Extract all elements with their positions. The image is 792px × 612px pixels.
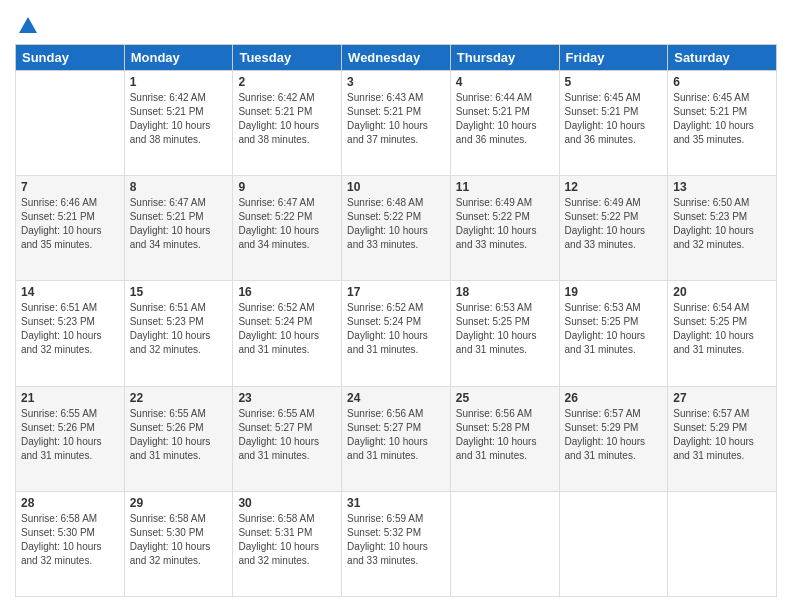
day-number: 23 <box>238 391 336 405</box>
day-number: 20 <box>673 285 771 299</box>
day-number: 25 <box>456 391 554 405</box>
day-info: Sunrise: 6:48 AM Sunset: 5:22 PM Dayligh… <box>347 196 445 252</box>
day-number: 4 <box>456 75 554 89</box>
logo <box>15 15 39 34</box>
day-number: 17 <box>347 285 445 299</box>
day-info: Sunrise: 6:55 AM Sunset: 5:26 PM Dayligh… <box>21 407 119 463</box>
calendar-cell: 13Sunrise: 6:50 AM Sunset: 5:23 PM Dayli… <box>668 176 777 281</box>
day-number: 28 <box>21 496 119 510</box>
calendar-cell: 10Sunrise: 6:48 AM Sunset: 5:22 PM Dayli… <box>342 176 451 281</box>
weekday-header-tuesday: Tuesday <box>233 45 342 71</box>
calendar-cell: 29Sunrise: 6:58 AM Sunset: 5:30 PM Dayli… <box>124 491 233 596</box>
day-number: 1 <box>130 75 228 89</box>
day-info: Sunrise: 6:42 AM Sunset: 5:21 PM Dayligh… <box>130 91 228 147</box>
calendar-cell: 21Sunrise: 6:55 AM Sunset: 5:26 PM Dayli… <box>16 386 125 491</box>
week-row-4: 28Sunrise: 6:58 AM Sunset: 5:30 PM Dayli… <box>16 491 777 596</box>
weekday-header-sunday: Sunday <box>16 45 125 71</box>
day-number: 15 <box>130 285 228 299</box>
day-info: Sunrise: 6:51 AM Sunset: 5:23 PM Dayligh… <box>130 301 228 357</box>
day-number: 7 <box>21 180 119 194</box>
day-number: 11 <box>456 180 554 194</box>
calendar-cell: 20Sunrise: 6:54 AM Sunset: 5:25 PM Dayli… <box>668 281 777 386</box>
day-info: Sunrise: 6:52 AM Sunset: 5:24 PM Dayligh… <box>238 301 336 357</box>
day-info: Sunrise: 6:53 AM Sunset: 5:25 PM Dayligh… <box>456 301 554 357</box>
week-row-1: 7Sunrise: 6:46 AM Sunset: 5:21 PM Daylig… <box>16 176 777 281</box>
week-row-0: 1Sunrise: 6:42 AM Sunset: 5:21 PM Daylig… <box>16 71 777 176</box>
calendar-cell: 5Sunrise: 6:45 AM Sunset: 5:21 PM Daylig… <box>559 71 668 176</box>
day-info: Sunrise: 6:52 AM Sunset: 5:24 PM Dayligh… <box>347 301 445 357</box>
day-info: Sunrise: 6:54 AM Sunset: 5:25 PM Dayligh… <box>673 301 771 357</box>
calendar-cell: 7Sunrise: 6:46 AM Sunset: 5:21 PM Daylig… <box>16 176 125 281</box>
day-number: 2 <box>238 75 336 89</box>
calendar-cell: 25Sunrise: 6:56 AM Sunset: 5:28 PM Dayli… <box>450 386 559 491</box>
weekday-header-saturday: Saturday <box>668 45 777 71</box>
day-number: 24 <box>347 391 445 405</box>
day-info: Sunrise: 6:45 AM Sunset: 5:21 PM Dayligh… <box>565 91 663 147</box>
day-info: Sunrise: 6:53 AM Sunset: 5:25 PM Dayligh… <box>565 301 663 357</box>
calendar-cell <box>668 491 777 596</box>
day-info: Sunrise: 6:49 AM Sunset: 5:22 PM Dayligh… <box>456 196 554 252</box>
calendar-cell <box>16 71 125 176</box>
day-number: 18 <box>456 285 554 299</box>
calendar-cell: 31Sunrise: 6:59 AM Sunset: 5:32 PM Dayli… <box>342 491 451 596</box>
day-info: Sunrise: 6:56 AM Sunset: 5:27 PM Dayligh… <box>347 407 445 463</box>
svg-marker-0 <box>19 17 37 33</box>
day-number: 29 <box>130 496 228 510</box>
day-info: Sunrise: 6:51 AM Sunset: 5:23 PM Dayligh… <box>21 301 119 357</box>
calendar-cell: 9Sunrise: 6:47 AM Sunset: 5:22 PM Daylig… <box>233 176 342 281</box>
calendar-cell <box>450 491 559 596</box>
calendar-cell: 16Sunrise: 6:52 AM Sunset: 5:24 PM Dayli… <box>233 281 342 386</box>
calendar-cell: 2Sunrise: 6:42 AM Sunset: 5:21 PM Daylig… <box>233 71 342 176</box>
day-info: Sunrise: 6:56 AM Sunset: 5:28 PM Dayligh… <box>456 407 554 463</box>
weekday-header-thursday: Thursday <box>450 45 559 71</box>
calendar-table: SundayMondayTuesdayWednesdayThursdayFrid… <box>15 44 777 597</box>
day-number: 5 <box>565 75 663 89</box>
day-number: 22 <box>130 391 228 405</box>
day-info: Sunrise: 6:59 AM Sunset: 5:32 PM Dayligh… <box>347 512 445 568</box>
calendar-cell: 3Sunrise: 6:43 AM Sunset: 5:21 PM Daylig… <box>342 71 451 176</box>
calendar-cell: 6Sunrise: 6:45 AM Sunset: 5:21 PM Daylig… <box>668 71 777 176</box>
day-number: 26 <box>565 391 663 405</box>
day-info: Sunrise: 6:55 AM Sunset: 5:26 PM Dayligh… <box>130 407 228 463</box>
page: SundayMondayTuesdayWednesdayThursdayFrid… <box>0 0 792 612</box>
day-info: Sunrise: 6:57 AM Sunset: 5:29 PM Dayligh… <box>673 407 771 463</box>
calendar-cell: 14Sunrise: 6:51 AM Sunset: 5:23 PM Dayli… <box>16 281 125 386</box>
calendar-cell: 24Sunrise: 6:56 AM Sunset: 5:27 PM Dayli… <box>342 386 451 491</box>
calendar-cell: 22Sunrise: 6:55 AM Sunset: 5:26 PM Dayli… <box>124 386 233 491</box>
day-info: Sunrise: 6:47 AM Sunset: 5:21 PM Dayligh… <box>130 196 228 252</box>
day-info: Sunrise: 6:42 AM Sunset: 5:21 PM Dayligh… <box>238 91 336 147</box>
logo-text <box>15 15 39 34</box>
day-info: Sunrise: 6:50 AM Sunset: 5:23 PM Dayligh… <box>673 196 771 252</box>
calendar-cell: 17Sunrise: 6:52 AM Sunset: 5:24 PM Dayli… <box>342 281 451 386</box>
calendar-cell: 11Sunrise: 6:49 AM Sunset: 5:22 PM Dayli… <box>450 176 559 281</box>
day-number: 8 <box>130 180 228 194</box>
calendar-cell <box>559 491 668 596</box>
calendar-cell: 19Sunrise: 6:53 AM Sunset: 5:25 PM Dayli… <box>559 281 668 386</box>
day-info: Sunrise: 6:55 AM Sunset: 5:27 PM Dayligh… <box>238 407 336 463</box>
week-row-2: 14Sunrise: 6:51 AM Sunset: 5:23 PM Dayli… <box>16 281 777 386</box>
day-number: 21 <box>21 391 119 405</box>
day-number: 9 <box>238 180 336 194</box>
day-info: Sunrise: 6:58 AM Sunset: 5:30 PM Dayligh… <box>21 512 119 568</box>
day-number: 6 <box>673 75 771 89</box>
day-info: Sunrise: 6:43 AM Sunset: 5:21 PM Dayligh… <box>347 91 445 147</box>
day-info: Sunrise: 6:58 AM Sunset: 5:31 PM Dayligh… <box>238 512 336 568</box>
weekday-header-friday: Friday <box>559 45 668 71</box>
day-number: 14 <box>21 285 119 299</box>
calendar-cell: 23Sunrise: 6:55 AM Sunset: 5:27 PM Dayli… <box>233 386 342 491</box>
weekday-header-monday: Monday <box>124 45 233 71</box>
day-info: Sunrise: 6:46 AM Sunset: 5:21 PM Dayligh… <box>21 196 119 252</box>
day-number: 12 <box>565 180 663 194</box>
logo-icon <box>17 15 39 37</box>
calendar-body: 1Sunrise: 6:42 AM Sunset: 5:21 PM Daylig… <box>16 71 777 597</box>
day-number: 19 <box>565 285 663 299</box>
day-info: Sunrise: 6:57 AM Sunset: 5:29 PM Dayligh… <box>565 407 663 463</box>
day-number: 3 <box>347 75 445 89</box>
calendar-cell: 4Sunrise: 6:44 AM Sunset: 5:21 PM Daylig… <box>450 71 559 176</box>
day-number: 31 <box>347 496 445 510</box>
day-number: 30 <box>238 496 336 510</box>
calendar-header: SundayMondayTuesdayWednesdayThursdayFrid… <box>16 45 777 71</box>
day-info: Sunrise: 6:49 AM Sunset: 5:22 PM Dayligh… <box>565 196 663 252</box>
day-info: Sunrise: 6:45 AM Sunset: 5:21 PM Dayligh… <box>673 91 771 147</box>
calendar-cell: 26Sunrise: 6:57 AM Sunset: 5:29 PM Dayli… <box>559 386 668 491</box>
